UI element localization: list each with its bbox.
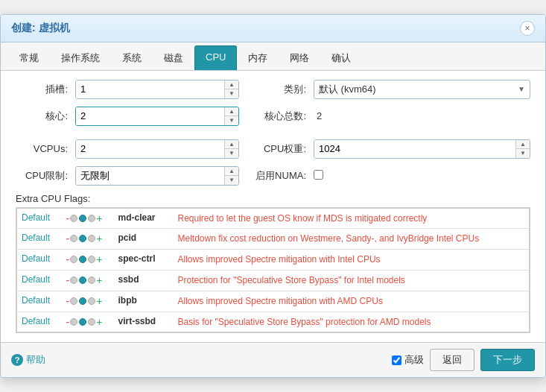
flag-minus-icon[interactable]: - [66, 295, 70, 307]
flag-default-cell[interactable]: Default [17, 208, 62, 229]
flag-dot-2 [79, 276, 86, 284]
flag-minus-icon[interactable]: - [66, 316, 70, 328]
socket-up-arrow[interactable]: ▲ [225, 80, 238, 90]
advanced-checkbox[interactable] [392, 355, 401, 365]
vcpu-spinner[interactable]: ▲ ▼ [75, 139, 239, 159]
tab-system[interactable]: 系统 [111, 45, 153, 70]
flag-minus-icon[interactable]: - [66, 212, 70, 224]
cpu-weight-up-arrow[interactable]: ▲ [516, 140, 530, 150]
cpu-weight-input[interactable] [314, 140, 515, 158]
flag-dot-1 [70, 235, 77, 242]
flag-dot-3 [88, 256, 95, 263]
vcpu-up-arrow[interactable]: ▲ [225, 140, 238, 150]
tab-memory[interactable]: 内存 [237, 45, 279, 70]
category-label: 类别: [254, 83, 314, 96]
flag-minus-icon[interactable]: - [66, 253, 70, 265]
cpu-limit-up-arrow[interactable]: ▲ [225, 167, 238, 177]
core-down-arrow[interactable]: ▼ [225, 116, 238, 125]
close-button[interactable]: × [520, 21, 535, 36]
flag-minus-icon[interactable]: - [66, 233, 70, 244]
flag-dot-2 [79, 318, 86, 326]
core-up-arrow[interactable]: ▲ [225, 107, 238, 117]
socket-down-arrow[interactable]: ▼ [225, 89, 238, 98]
flag-dot-1 [70, 297, 77, 305]
footer-actions: 高级 返回 下一步 [392, 349, 535, 371]
help-area[interactable]: ? 帮助 [11, 353, 45, 367]
flag-toggle-cell[interactable]: - + [62, 271, 114, 291]
back-button[interactable]: 返回 [430, 349, 474, 371]
vcpu-input[interactable] [76, 140, 224, 158]
core-input[interactable] [76, 107, 224, 125]
flag-dots [70, 297, 95, 305]
tab-general[interactable]: 常规 [8, 45, 50, 70]
flag-toggle-cell[interactable]: - + [62, 229, 114, 250]
flag-default-cell[interactable]: Default [17, 250, 62, 271]
flag-plus-icon[interactable]: + [96, 295, 102, 307]
flag-toggle-cell[interactable]: - + [62, 208, 114, 229]
help-label: 帮助 [26, 353, 45, 367]
advanced-label: 高级 [404, 353, 424, 367]
flag-name-cell: ibpb [114, 291, 174, 312]
tab-os[interactable]: 操作系统 [50, 45, 111, 70]
tab-cpu[interactable]: CPU [194, 45, 237, 70]
flag-dot-3 [88, 297, 95, 305]
flag-name-label: ibpb [118, 295, 137, 306]
vcpu-down-arrow[interactable]: ▼ [225, 149, 238, 158]
flag-toggle-control[interactable]: - + [66, 274, 109, 286]
flag-plus-icon[interactable]: + [96, 233, 102, 244]
flags-container: Default - + md-clearRequired to let the … [16, 207, 530, 334]
flag-dot-2 [79, 256, 86, 263]
flags-scroll-area[interactable]: Default - + md-clearRequired to let the … [16, 208, 530, 333]
cpu-weight-down-arrow[interactable]: ▼ [516, 149, 530, 158]
cpu-limit-down-arrow[interactable]: ▼ [225, 176, 238, 185]
flag-toggle-control[interactable]: - + [66, 212, 109, 224]
flag-default-cell[interactable]: Default [17, 229, 62, 250]
flag-name-label: md-clear [118, 212, 156, 223]
flag-plus-icon[interactable]: + [96, 274, 102, 286]
flag-name-cell: pcid [114, 229, 174, 250]
flag-row: Default - + ssbdProtection for "Speculat… [17, 271, 530, 291]
close-icon: × [524, 23, 530, 34]
numa-checkbox[interactable] [314, 170, 323, 180]
cpu-weight-spinner[interactable]: ▲ ▼ [314, 139, 530, 159]
flag-toggle-control[interactable]: - + [66, 233, 109, 244]
cpu-limit-input[interactable] [76, 167, 224, 185]
flag-row: Default - + pcidMeltdown fix cost reduct… [17, 229, 530, 250]
flag-name-label: virt-ssbd [118, 316, 156, 326]
vcpu-field: ▲ ▼ [75, 139, 239, 159]
flag-toggle-control[interactable]: - + [66, 316, 109, 328]
total-cores-label: 核心总数: [254, 110, 314, 123]
tab-disk[interactable]: 磁盘 [153, 45, 194, 70]
category-select[interactable]: 默认 (kvm64) ▼ [314, 80, 530, 99]
flag-dot-3 [88, 276, 95, 284]
flag-name-cell: md-clear [114, 208, 174, 229]
socket-input[interactable] [76, 80, 224, 98]
flag-dots [70, 276, 95, 284]
flag-plus-icon[interactable]: + [96, 212, 102, 224]
core-spinner[interactable]: ▲ ▼ [75, 107, 239, 126]
flag-toggle-cell[interactable]: - + [62, 250, 114, 271]
flag-minus-icon[interactable]: - [66, 274, 70, 286]
cpu-limit-spinner[interactable]: ▲ ▼ [75, 166, 239, 186]
flag-toggle-control[interactable]: - + [66, 253, 109, 265]
flag-default-cell[interactable]: Default [17, 312, 62, 332]
flag-toggle-cell[interactable]: - + [62, 291, 114, 312]
flag-plus-icon[interactable]: + [96, 316, 102, 328]
flag-name-cell: spec-ctrl [114, 250, 174, 271]
next-button[interactable]: 下一步 [480, 349, 535, 371]
vcpu-arrows: ▲ ▼ [224, 140, 238, 158]
create-vm-dialog: 创建: 虚拟机 × 常规 操作系统 系统 磁盘 CPU 内存 网络 确认 插槽:… [0, 14, 546, 379]
flag-toggle-control[interactable]: - + [66, 295, 109, 307]
flag-toggle-cell[interactable]: - + [62, 312, 114, 332]
dialog-footer: ? 帮助 高级 返回 下一步 [1, 342, 545, 377]
flag-default-cell[interactable]: Default [17, 271, 62, 291]
flag-default-cell[interactable]: Default [17, 291, 62, 312]
flag-row: Default - + ibpbAllows improved Spectre … [17, 291, 530, 312]
vcpu-label: VCPUs: [16, 143, 75, 154]
core-label: 核心: [16, 110, 75, 123]
socket-spinner[interactable]: ▲ ▼ [75, 80, 239, 99]
flag-plus-icon[interactable]: + [96, 253, 102, 265]
form-content: 插槽: ▲ ▼ 类别: 默认 (kvm64) ▼ 核心: [1, 71, 545, 343]
tab-network[interactable]: 网络 [279, 45, 320, 70]
tab-confirm[interactable]: 确认 [320, 45, 362, 70]
